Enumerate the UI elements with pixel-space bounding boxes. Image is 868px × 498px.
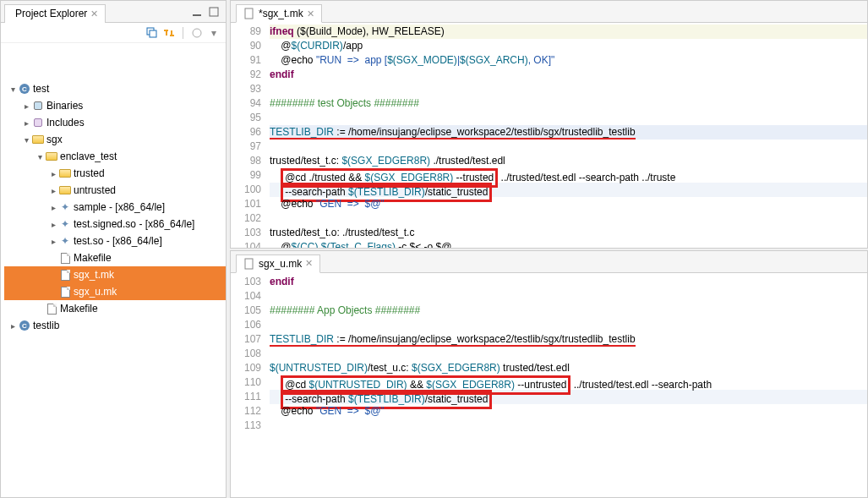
editor-tabs-top: *sgx_t.mk ✕ bbox=[231, 1, 867, 23]
tree-item[interactable]: ▸untrusted bbox=[4, 182, 226, 199]
code-line[interactable] bbox=[270, 140, 867, 154]
code-content[interactable]: ifneq ($(Build_Mode), HW_RELEASE) @$(CUR… bbox=[270, 23, 867, 248]
link-editor-icon[interactable] bbox=[162, 26, 176, 40]
code-line[interactable]: @cd $(UNTRUSTED_DIR) && $(SGX_EDGER8R) -… bbox=[270, 375, 867, 390]
focus-task-icon[interactable] bbox=[190, 26, 204, 40]
code-line[interactable] bbox=[270, 419, 867, 433]
tree-item[interactable]: ▸Ctestlib bbox=[4, 317, 226, 334]
code-line[interactable]: trusted/test_t.o: ./trusted/test_t.c bbox=[270, 226, 867, 240]
code-line[interactable]: endif bbox=[270, 68, 867, 82]
svg-rect-3 bbox=[210, 8, 218, 16]
expand-arrow-icon[interactable]: ▸ bbox=[21, 118, 31, 128]
tree-item[interactable]: ▸Includes bbox=[4, 114, 226, 131]
code-line[interactable] bbox=[270, 211, 867, 226]
expand-arrow-icon[interactable]: ▸ bbox=[48, 169, 58, 178]
expand-arrow-icon[interactable]: ▸ bbox=[8, 321, 18, 331]
editor-body-bottom[interactable]: 103104105106107108109110111112113 endif#… bbox=[231, 273, 867, 498]
inc-icon bbox=[31, 117, 45, 129]
expand-arrow-icon[interactable]: ▸ bbox=[21, 101, 31, 111]
code-line[interactable]: TESTLIB_DIR := /home/insujang/eclipse_wo… bbox=[270, 125, 867, 140]
view-tab-project-explorer[interactable]: Project Explorer ✕ bbox=[4, 4, 106, 23]
line-number: 113 bbox=[231, 419, 261, 433]
code-line[interactable]: --search-path $(TESTLIB_DIR)/static_trus… bbox=[270, 183, 867, 197]
code-line[interactable]: @cd ./trusted && $(SGX_EDGER8R) --truste… bbox=[270, 168, 867, 183]
folder-icon bbox=[31, 134, 45, 145]
expand-arrow-icon[interactable]: ▸ bbox=[48, 203, 58, 212]
line-number: 112 bbox=[231, 404, 261, 419]
code-line[interactable] bbox=[270, 82, 867, 96]
file-icon bbox=[243, 258, 255, 270]
expand-arrow-icon[interactable]: ▸ bbox=[48, 220, 58, 229]
code-line[interactable] bbox=[270, 347, 867, 361]
code-line[interactable]: $(UNTRUSTED_DIR)/test_u.c: $(SGX_EDGER8R… bbox=[270, 361, 867, 375]
file-icon bbox=[243, 8, 255, 19]
gear-icon: ✦ bbox=[58, 218, 72, 230]
code-line[interactable]: trusted/test_t.c: $(SGX_EDGER8R) ./trust… bbox=[270, 154, 867, 168]
collapse-all-icon[interactable] bbox=[145, 26, 159, 40]
line-number: 90 bbox=[231, 39, 261, 53]
code-line[interactable] bbox=[270, 289, 867, 304]
tree-item[interactable]: sgx_u.mk bbox=[4, 283, 226, 300]
file-icon bbox=[58, 286, 72, 298]
line-number: 98 bbox=[231, 154, 261, 168]
code-content[interactable]: endif######## App Objects ########TESTLI… bbox=[270, 273, 867, 498]
code-line[interactable]: endif bbox=[270, 275, 867, 289]
code-line[interactable]: TESTLIB_DIR := /home/insujang/eclipse_wo… bbox=[270, 332, 867, 347]
tree-item[interactable]: ▸trusted bbox=[4, 165, 226, 182]
code-line[interactable] bbox=[270, 111, 867, 125]
tree-item[interactable]: ▸Binaries bbox=[4, 97, 226, 114]
code-line[interactable]: @echo "GEN => $@" bbox=[270, 404, 867, 419]
file-icon bbox=[58, 252, 72, 264]
view-header: Project Explorer ✕ bbox=[1, 1, 226, 23]
editor-body-top[interactable]: 8990919293949596979899100101102103104105… bbox=[231, 23, 867, 248]
tree-item[interactable]: Makefile bbox=[4, 249, 226, 266]
tree-item[interactable]: ▸✦test.signed.so - [x86_64/le] bbox=[4, 216, 226, 233]
tree-item[interactable]: ▾Ctest bbox=[4, 80, 226, 97]
line-number: 110 bbox=[231, 375, 261, 390]
line-number: 105 bbox=[231, 304, 261, 318]
line-number: 104 bbox=[231, 289, 261, 304]
view-menu-icon[interactable]: ▾ bbox=[207, 26, 221, 40]
explorer-toolbar: ▾ bbox=[1, 23, 226, 43]
tree-item[interactable]: ▾enclave_test bbox=[4, 148, 226, 165]
editor-tabs-bottom: sgx_u.mk ✕ bbox=[231, 251, 867, 273]
folder-icon bbox=[58, 184, 72, 196]
tree-item-label: enclave_test bbox=[60, 150, 117, 162]
tree-item[interactable]: Makefile bbox=[4, 300, 226, 317]
code-line[interactable]: @echo "RUN => app [$(SGX_MODE)|$(SGX_ARC… bbox=[270, 53, 867, 68]
editor-top: *sgx_t.mk ✕ 8990919293949596979899100101… bbox=[230, 0, 868, 249]
tree-item[interactable]: sgx_t.mk bbox=[4, 266, 226, 283]
expand-arrow-icon[interactable]: ▸ bbox=[48, 237, 58, 246]
code-line[interactable]: ######## test Objects ######## bbox=[270, 96, 867, 111]
tree-item[interactable]: ▸✦test.so - [x86_64/le] bbox=[4, 233, 226, 249]
expand-arrow-icon[interactable]: ▾ bbox=[21, 135, 31, 145]
maximize-view-button[interactable] bbox=[207, 5, 221, 19]
tree-item[interactable]: ▾sgx bbox=[4, 131, 226, 148]
line-number: 111 bbox=[231, 390, 261, 404]
project-tree[interactable]: ▾Ctest▸Binaries▸Includes▾sgx▾enclave_tes… bbox=[1, 43, 226, 497]
code-line[interactable]: @$(CURDIR)/app bbox=[270, 39, 867, 53]
editor-tab-sgx-u[interactable]: sgx_u.mk ✕ bbox=[236, 254, 320, 273]
gear-icon: ✦ bbox=[58, 201, 72, 213]
file-icon bbox=[45, 303, 58, 315]
close-icon[interactable]: ✕ bbox=[305, 258, 313, 269]
expand-arrow-icon[interactable]: ▸ bbox=[48, 186, 58, 195]
folder-icon bbox=[45, 150, 58, 162]
editor-tab-label: *sgx_t.mk bbox=[259, 8, 303, 19]
code-line[interactable]: ######## App Objects ######## bbox=[270, 304, 867, 318]
minimize-view-button[interactable] bbox=[190, 5, 204, 19]
expand-arrow-icon[interactable]: ▾ bbox=[8, 85, 18, 94]
line-number: 107 bbox=[231, 332, 261, 347]
tree-item-label: testlib bbox=[33, 320, 59, 331]
tree-item[interactable]: ▸✦sample - [x86_64/le] bbox=[4, 199, 226, 216]
code-line[interactable]: @echo "GEN => $@" bbox=[270, 197, 867, 211]
code-line[interactable]: @$(CC) $(Test_C_Flags) -c $< -o $@ bbox=[270, 240, 867, 248]
editor-tab-sgx-t[interactable]: *sgx_t.mk ✕ bbox=[236, 4, 322, 23]
folder-icon bbox=[58, 167, 72, 179]
code-line[interactable]: ifneq ($(Build_Mode), HW_RELEASE) bbox=[270, 25, 867, 39]
expand-arrow-icon[interactable]: ▾ bbox=[35, 152, 45, 161]
close-icon[interactable]: ✕ bbox=[90, 8, 98, 19]
close-icon[interactable]: ✕ bbox=[307, 8, 314, 19]
code-line[interactable] bbox=[270, 318, 867, 332]
line-number: 108 bbox=[231, 347, 261, 361]
